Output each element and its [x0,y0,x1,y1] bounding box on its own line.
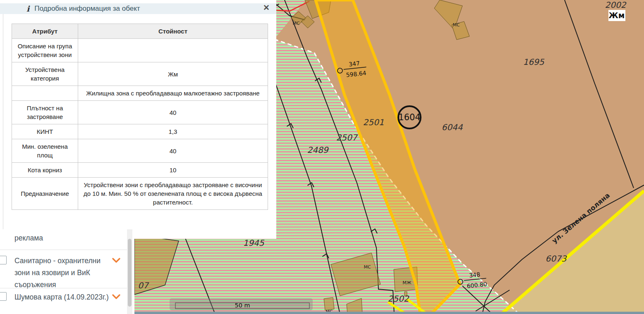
divider [0,288,127,288]
attribute-cell: Плътност на застрояване [12,101,78,124]
table-row: Жилищна зона с преобладаващо малкоетажно… [12,86,268,101]
column-header-attribute: Атрибут [12,24,78,39]
layer-item-partial[interactable]: реклама [14,234,43,243]
layer-checkbox[interactable] [0,256,7,264]
table-row: КИНТ 1,3 [12,124,268,139]
table-row: Мин. озеленена площ 40 [12,139,268,163]
svg-text:347: 347 [348,60,360,68]
table-header-row: Атрибут Стойност [12,24,268,39]
building-label-ms: МС [452,22,460,28]
parcel-label-2002: 2002 [605,0,627,10]
chevron-down-icon[interactable] [112,257,121,265]
scale-bar: 50 m [170,298,313,310]
parcel-label-2489: 2489 [307,145,329,155]
table-row: Устройствена категория Жм [12,62,268,86]
building-label-ms: МС [292,21,299,26]
building-label-mzh: МЖ [402,280,411,285]
parcel-label-1695: 1695 [523,57,545,67]
table-row: Описание на група устройствени зони [12,39,268,62]
divider [0,250,127,250]
building-label-ms: МС [364,264,371,270]
svg-text:1604: 1604 [398,112,420,122]
table-row: Кота корниз 10 [12,163,268,178]
attribute-cell [12,86,78,101]
parcel-label-2501: 2501 [363,117,384,127]
layers-sidebar: реклама Санитарно - охранителни зони на … [0,229,134,314]
chevron-down-icon[interactable] [112,294,121,301]
info-popup: i Подробна информация за обект ✕ Атрибут… [0,0,276,239]
layer-item-sanitary-zones[interactable]: Санитарно - охранителни зони на язовири … [0,255,127,292]
parcel-label-6073: 6073 [546,254,567,264]
table-row: Предназначение Устройствени зони с преоб… [12,178,268,210]
attribute-cell: Описание на група устройствени зони [12,39,78,62]
parcel-label-07: 07 [138,281,149,290]
svg-text:50 m: 50 m [235,302,250,309]
layer-checkbox[interactable] [0,292,7,301]
svg-text:348: 348 [469,271,480,279]
attribute-cell: Предназначение [12,178,78,210]
value-cell: Жилищна зона с преобладаващо малкоетажно… [78,86,268,101]
value-cell: 40 [78,101,268,124]
value-cell: Устройствени зони с преобладаващо застро… [78,178,268,210]
value-cell: Жм [78,62,268,86]
attribute-cell: Мин. озеленена площ [12,139,78,163]
info-icon: i [26,5,29,13]
column-header-value: Стойност [78,24,268,39]
value-cell [78,39,268,62]
table-row: Плътност на застрояване 40 [12,101,268,124]
gis-application-window: 1945 2489 2507 2501 6044 1695 2002 6073 … [0,0,644,314]
value-cell: 1,3 [78,124,268,139]
layer-label[interactable]: Санитарно - охранителни зони на язовири … [14,255,112,291]
value-cell: 40 [78,139,268,163]
parcel-label-2507: 2507 [336,133,358,143]
attribute-cell: Кота корниз [12,163,78,178]
close-icon[interactable]: ✕ [263,2,270,13]
attribute-table-body: Описание на група устройствени зони Устр… [12,39,268,210]
info-popup-header: i Подробна информация за обект ✕ [0,3,276,14]
attribute-cell: КИНТ [12,124,78,139]
layer-item-noise-map[interactable]: Шумова карта (14.09.2023г.) [0,291,127,314]
attribute-table: Атрибут Стойност Описание на група устро… [12,24,268,210]
svg-text:Жм: Жм [609,11,625,20]
popup-left-hairline [3,14,3,239]
layer-label[interactable]: Шумова карта (14.09.2023г.) [14,291,112,303]
sidebar-scrollbar-thumb[interactable] [128,239,132,307]
parcel-label-6044: 6044 [442,122,463,132]
zone-code-box: Жм [608,10,625,21]
parcel-label-1945: 1945 [243,238,265,248]
attribute-cell: Устройствена категория [12,62,78,86]
value-cell: 10 [78,163,268,178]
map-footer-strip [132,312,644,314]
popup-title: Подробна информация за обект [34,5,140,13]
parcel-label-2502: 2502 [388,294,409,304]
